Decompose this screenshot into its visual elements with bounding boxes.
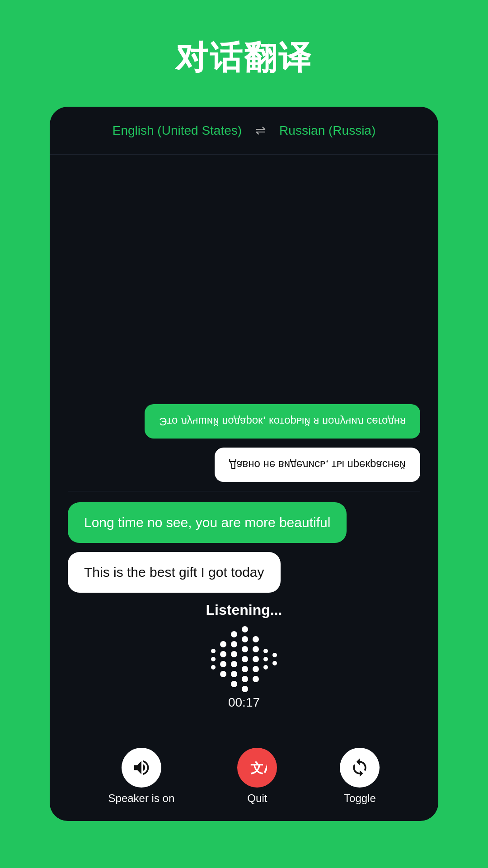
dot	[253, 636, 259, 642]
speaker-control: Speaker is on	[108, 748, 175, 805]
english-message-2: This is the best gift I got today	[68, 552, 281, 593]
dot	[253, 676, 259, 682]
speaker-button[interactable]	[122, 748, 161, 788]
wave-col-2	[220, 641, 226, 677]
language-bar: English (United States) ⇌ Russian (Russi…	[50, 107, 438, 155]
speaker-icon	[131, 758, 151, 778]
toggle-control: Toggle	[340, 748, 380, 805]
wave-col-7	[272, 653, 277, 665]
source-language[interactable]: English (United States)	[113, 123, 242, 138]
dot	[242, 636, 248, 642]
svg-text:文A: 文A	[251, 760, 267, 775]
dot	[231, 651, 237, 657]
waveform	[211, 627, 277, 691]
wave-col-4	[242, 626, 248, 692]
wave-col-3	[231, 631, 237, 687]
dot	[231, 661, 237, 667]
dot	[211, 657, 216, 661]
dot	[211, 649, 216, 653]
dot	[263, 657, 268, 661]
speaker-label: Speaker is on	[108, 792, 175, 805]
dot	[242, 666, 248, 672]
dot	[242, 656, 248, 662]
russian-message-2: Давно не виделись, ты прекрасней	[215, 448, 420, 482]
english-messages: Long time no see, you are more beautiful…	[68, 491, 420, 593]
dot	[231, 631, 237, 637]
translate-icon: 文A	[247, 758, 267, 778]
chat-area: Это лучший подарок, который я получил се…	[50, 155, 438, 739]
translator-card: English (United States) ⇌ Russian (Russi…	[50, 107, 438, 821]
dot	[272, 653, 277, 657]
dot	[220, 661, 226, 667]
bottom-controls: Speaker is on 文A Quit Toggle	[50, 739, 438, 821]
dot	[231, 681, 237, 687]
toggle-button[interactable]	[340, 748, 380, 788]
dot	[220, 671, 226, 677]
wave-col-1	[211, 649, 216, 670]
toggle-label: Toggle	[344, 792, 376, 805]
dot	[242, 676, 248, 682]
wave-col-5	[253, 636, 259, 682]
dot	[253, 656, 259, 662]
timer: 00:17	[228, 695, 260, 710]
quit-control: 文A Quit	[237, 748, 277, 805]
dot	[220, 651, 226, 657]
page-title: 对话翻译	[175, 36, 313, 80]
russian-messages: Это лучший подарок, который я получил се…	[68, 168, 420, 491]
dot	[272, 661, 277, 665]
dot	[263, 649, 268, 653]
quit-button[interactable]: 文A	[237, 748, 277, 788]
wave-col-6	[263, 649, 268, 670]
quit-label: Quit	[247, 792, 267, 805]
listening-section: Listening...	[68, 593, 420, 725]
dot	[242, 646, 248, 652]
dot	[242, 686, 248, 692]
dot	[231, 641, 237, 647]
target-language[interactable]: Russian (Russia)	[279, 123, 375, 138]
listening-label: Listening...	[206, 602, 282, 618]
swap-icon[interactable]: ⇌	[255, 123, 266, 138]
dot	[242, 626, 248, 632]
toggle-icon	[350, 758, 370, 778]
dot	[211, 665, 216, 670]
dot	[263, 665, 268, 670]
dot	[231, 671, 237, 677]
english-message-1: Long time no see, you are more beautiful	[68, 502, 347, 543]
dot	[220, 641, 226, 647]
dot	[253, 666, 259, 672]
russian-message-1: Это лучший подарок, который я получил се…	[145, 404, 420, 439]
dot	[253, 646, 259, 652]
